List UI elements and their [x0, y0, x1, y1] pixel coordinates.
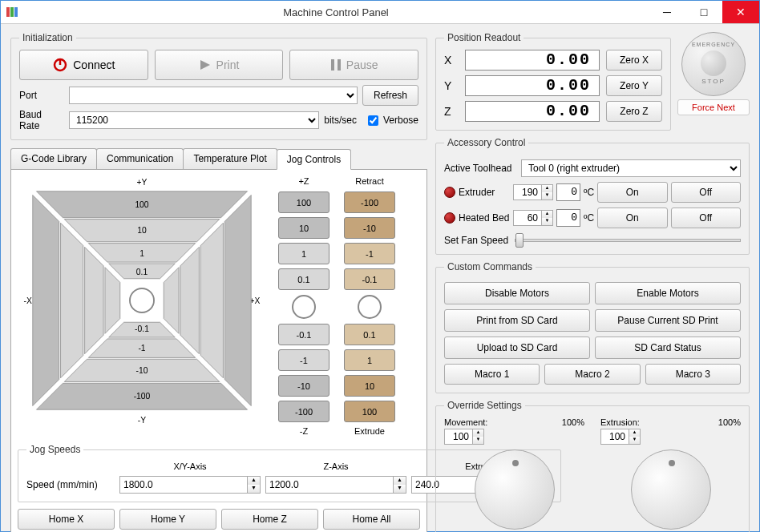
disable-motors-button[interactable]: Disable Motors — [444, 282, 590, 304]
svg-rect-6 — [331, 59, 334, 71]
jog-x-plus-100[interactable] — [224, 195, 251, 405]
home-all-button[interactable]: Home All — [323, 509, 420, 530]
extruder-on-button[interactable]: On — [597, 182, 667, 203]
extrusion-override-input[interactable] — [600, 429, 629, 445]
jog-xy-stop[interactable] — [130, 288, 154, 312]
app-icon — [1, 6, 23, 18]
svg-rect-1 — [10, 7, 14, 17]
retract-10[interactable]: -10 — [344, 217, 395, 239]
zero-x-button[interactable]: Zero X — [606, 50, 662, 71]
jog-x-plus-1[interactable] — [180, 247, 199, 353]
connect-button[interactable]: Connect — [19, 50, 148, 80]
jog-z-minus-1[interactable]: -1 — [278, 349, 329, 371]
jog-y-plus-1[interactable] — [88, 244, 195, 262]
retract-100[interactable]: -100 — [344, 191, 395, 213]
toolhead-select[interactable]: Tool 0 (right extruder) — [521, 159, 741, 177]
speed-xy-input[interactable] — [119, 476, 248, 494]
sd-status-button[interactable]: SD Card Status — [595, 337, 741, 359]
tab-communication[interactable]: Communication — [96, 148, 184, 169]
pos-x-display: 0.00 — [465, 50, 600, 71]
macro-2-button[interactable]: Macro 2 — [544, 364, 640, 385]
extruder-temp-input[interactable] — [513, 184, 542, 200]
jog-y-plus-10[interactable] — [64, 220, 220, 242]
jog-x-minus-100[interactable] — [33, 195, 59, 405]
refresh-button[interactable]: Refresh — [362, 85, 418, 106]
force-next-button[interactable]: Force Next — [677, 99, 750, 115]
macro-3-button[interactable]: Macro 3 — [645, 364, 741, 385]
jog-y-minus-100[interactable] — [36, 383, 247, 409]
zero-z-button[interactable]: Zero Z — [606, 101, 662, 122]
window-title: Machine Control Panel — [23, 6, 649, 18]
pause-sd-button[interactable]: Pause Current SD Print — [595, 309, 741, 332]
bed-on-button[interactable]: On — [597, 208, 667, 228]
extrude-01[interactable]: 0.1 — [344, 324, 395, 345]
extrude-100[interactable]: 100 — [344, 401, 395, 422]
home-z-button[interactable]: Home Z — [221, 509, 318, 530]
jog-x-minus-10[interactable] — [61, 223, 83, 378]
extrude-1[interactable]: 1 — [344, 349, 395, 371]
jog-y-minus-01[interactable] — [109, 322, 176, 337]
position-readout-group: Position Readout X 0.00 Zero X Y 0.00 Ze… — [435, 32, 671, 131]
extruder-temp-display: 0 — [556, 183, 580, 201]
extrude-stop[interactable] — [358, 295, 382, 319]
jog-y-plus-100[interactable] — [36, 191, 247, 218]
close-button[interactable]: ✕ — [722, 1, 759, 23]
macro-1-button[interactable]: Macro 1 — [444, 364, 540, 385]
jog-x-minus-1[interactable] — [85, 247, 103, 353]
verbose-checkbox[interactable] — [368, 115, 378, 126]
port-select[interactable] — [69, 87, 358, 104]
maximize-button[interactable]: □ — [685, 1, 722, 23]
jog-x-minus-01[interactable] — [105, 268, 120, 334]
bed-off-button[interactable]: Off — [671, 208, 741, 228]
tab-temperature-plot[interactable]: Temperature Plot — [183, 148, 277, 169]
home-x-button[interactable]: Home X — [18, 509, 115, 530]
enable-motors-button[interactable]: Enable Motors — [595, 282, 741, 304]
zero-y-button[interactable]: Zero Y — [606, 75, 662, 96]
emergency-stop-button[interactable]: EMERGENCY STOP — [681, 32, 746, 96]
jog-z-minus-10[interactable]: -10 — [278, 375, 329, 397]
upload-sd-button[interactable]: Upload to SD Card — [444, 337, 590, 359]
jog-x-plus-10[interactable] — [200, 223, 223, 378]
movement-override-input[interactable] — [444, 429, 473, 445]
retract-1[interactable]: -1 — [344, 243, 395, 264]
pause-button[interactable]: Pause — [289, 50, 418, 80]
initialization-group: Initialization Connect Print Pause — [10, 32, 427, 140]
extruder-led-icon — [444, 187, 455, 198]
minimize-button[interactable]: ─ — [649, 1, 685, 23]
jog-y-plus-01[interactable] — [109, 264, 176, 279]
home-y-button[interactable]: Home Y — [119, 509, 216, 530]
jog-z-plus-1[interactable]: 1 — [278, 243, 329, 264]
jog-y-minus-1[interactable] — [88, 339, 195, 357]
extruder-off-button[interactable]: Off — [671, 182, 741, 203]
jog-x-plus-01[interactable] — [164, 268, 179, 334]
baud-label: Baud Rate — [19, 109, 64, 131]
svg-text:-X: -X — [24, 296, 32, 305]
baud-select[interactable]: 115200 — [69, 111, 319, 129]
fan-speed-slider[interactable] — [515, 239, 741, 242]
extrude-10[interactable]: 10 — [344, 375, 395, 397]
print-sd-button[interactable]: Print from SD Card — [444, 309, 590, 332]
jog-y-minus-10[interactable] — [64, 359, 220, 381]
movement-override-dial[interactable] — [475, 449, 555, 530]
titlebar: Machine Control Panel ─ □ ✕ — [1, 1, 759, 24]
jog-z-stop[interactable] — [292, 295, 316, 319]
jog-z-plus-100[interactable]: 100 — [278, 191, 329, 213]
custom-commands-group: Custom Commands Disable Motors Enable Mo… — [435, 261, 750, 393]
z-jog-column: +Z 100 10 1 0.1 -0.1 -1 -10 -100 -Z — [276, 176, 332, 437]
extrusion-override-dial[interactable] — [631, 449, 711, 530]
jog-z-minus-100[interactable]: -100 — [278, 401, 329, 422]
jog-z-minus-01[interactable]: -0.1 — [278, 324, 329, 345]
retract-01[interactable]: -0.1 — [344, 268, 395, 290]
tab-jog-controls[interactable]: Jog Controls — [277, 149, 351, 170]
svg-rect-2 — [14, 7, 18, 17]
svg-rect-0 — [6, 7, 10, 17]
print-button[interactable]: Print — [155, 50, 284, 80]
jog-z-plus-01[interactable]: 0.1 — [278, 268, 329, 290]
bed-temp-input[interactable] — [513, 210, 542, 226]
speed-z-input[interactable] — [265, 476, 394, 494]
svg-text:-Y: -Y — [138, 416, 146, 425]
tab-gcode-library[interactable]: G-Code Library — [10, 148, 97, 169]
jog-z-plus-10[interactable]: 10 — [278, 217, 329, 239]
port-label: Port — [19, 90, 64, 101]
pos-z-display: 0.00 — [465, 101, 600, 122]
